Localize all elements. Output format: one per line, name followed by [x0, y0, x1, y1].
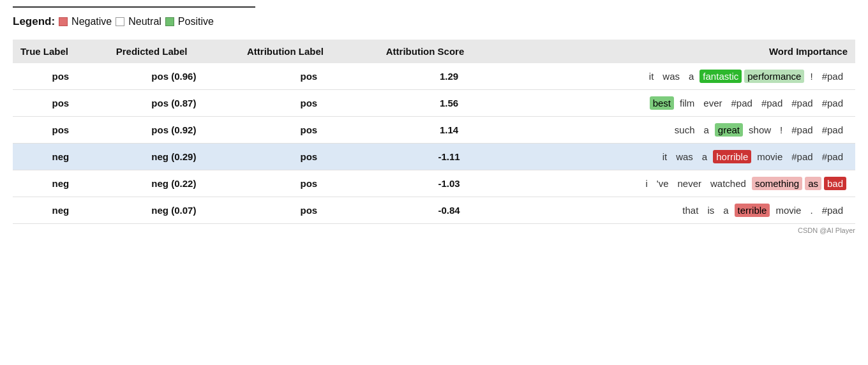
- cell-word-importance: thatisaterriblemovie.#pad: [520, 197, 855, 224]
- word-token: #pad: [819, 96, 846, 110]
- word-token: that: [679, 204, 701, 217]
- legend-neutral-label: Neutral: [128, 16, 161, 27]
- cell-true-label: pos: [13, 63, 108, 90]
- legend-title: Legend:: [13, 15, 55, 28]
- cell-true-label: pos: [13, 117, 108, 144]
- cell-attr-label: pos: [239, 170, 378, 197]
- cell-attr-score: -1.11: [378, 144, 520, 170]
- word-token: movie: [772, 204, 804, 217]
- cell-attr-label: pos: [239, 144, 378, 170]
- word-token: !: [777, 123, 786, 137]
- top-border: [13, 6, 255, 8]
- word-token: ever: [700, 96, 725, 110]
- cell-attr-score: -1.03: [378, 170, 520, 197]
- word-token: fantastic: [700, 70, 742, 83]
- cell-word-importance: itwasahorriblemovie#pad#pad: [520, 144, 855, 170]
- results-table: True Label Predicted Label Attribution L…: [13, 40, 855, 224]
- word-token: a: [699, 150, 710, 163]
- word-token: film: [677, 96, 698, 110]
- table-row: pospos (0.92)pos1.14suchagreatshow!#pad#…: [13, 117, 855, 144]
- cell-attr-score: 1.14: [378, 117, 520, 144]
- cell-attr-score: -0.84: [378, 197, 520, 224]
- table-row: negneg (0.07)pos-0.84thatisaterriblemovi…: [13, 197, 855, 224]
- table-row: negneg (0.22)pos-1.03i'veneverwatchedsom…: [13, 170, 855, 197]
- legend-positive-label: Positive: [178, 16, 214, 27]
- word-token: #pad: [728, 96, 756, 110]
- cell-true-label: pos: [13, 90, 108, 117]
- negative-color-box: [59, 17, 68, 26]
- cell-pred-label: pos (0.96): [108, 63, 239, 90]
- positive-color-box: [165, 17, 174, 26]
- legend-negative-label: Negative: [71, 16, 112, 27]
- cell-pred-label: neg (0.07): [108, 197, 239, 224]
- cell-word-importance: itwasafantasticperformance!#pad: [520, 63, 855, 90]
- word-token: #pad: [788, 150, 816, 163]
- word-token: a: [701, 123, 712, 137]
- cell-attr-score: 1.56: [378, 90, 520, 117]
- col-predicted-label: Predicted Label: [108, 40, 239, 63]
- cell-pred-label: pos (0.92): [108, 117, 239, 144]
- word-token: a: [685, 70, 697, 83]
- cell-true-label: neg: [13, 144, 108, 170]
- table-body: pospos (0.96)pos1.29itwasafantasticperfo…: [13, 63, 855, 224]
- word-token: was: [673, 150, 696, 163]
- word-token: never: [675, 177, 705, 190]
- word-token: something: [752, 177, 802, 190]
- cell-attr-label: pos: [239, 117, 378, 144]
- cell-attr-label: pos: [239, 90, 378, 117]
- word-token: #pad: [819, 150, 846, 163]
- word-token: was: [659, 70, 683, 83]
- word-token: great: [715, 123, 743, 137]
- word-token: #pad: [758, 96, 786, 110]
- word-token: watched: [707, 177, 749, 190]
- cell-true-label: neg: [13, 197, 108, 224]
- col-word-importance: Word Importance: [520, 40, 855, 63]
- word-token: is: [704, 204, 717, 217]
- cell-word-importance: suchagreatshow!#pad#pad: [520, 117, 855, 144]
- word-token: show: [745, 123, 774, 137]
- cell-attr-score: 1.29: [378, 63, 520, 90]
- watermark: CSDN @AI Player: [13, 227, 855, 234]
- word-token: #pad: [788, 123, 816, 137]
- word-token: it: [659, 150, 671, 163]
- cell-word-importance: i'veneverwatchedsomethingasbad: [520, 170, 855, 197]
- table-row: negneg (0.29)pos-1.11itwasahorriblemovie…: [13, 144, 855, 170]
- header-row: True Label Predicted Label Attribution L…: [13, 40, 855, 63]
- table-row: pospos (0.96)pos1.29itwasafantasticperfo…: [13, 63, 855, 90]
- word-token: best: [650, 96, 674, 110]
- word-token: #pad: [819, 123, 846, 137]
- word-token: bad: [824, 177, 846, 190]
- word-token: terrible: [735, 204, 770, 217]
- word-token: #pad: [788, 96, 816, 110]
- cell-true-label: neg: [13, 170, 108, 197]
- cell-pred-label: neg (0.22): [108, 170, 239, 197]
- cell-word-importance: bestfilmever#pad#pad#pad#pad: [520, 90, 855, 117]
- col-true-label: True Label: [13, 40, 108, 63]
- word-token: as: [805, 177, 821, 190]
- cell-pred-label: pos (0.87): [108, 90, 239, 117]
- table-row: pospos (0.87)pos1.56bestfilmever#pad#pad…: [13, 90, 855, 117]
- col-attribution-score: Attribution Score: [378, 40, 520, 63]
- word-token: #pad: [819, 70, 846, 83]
- word-token: such: [671, 123, 698, 137]
- word-token: horrible: [713, 150, 751, 163]
- word-token: #pad: [819, 204, 846, 217]
- cell-attr-label: pos: [239, 197, 378, 224]
- table-header: True Label Predicted Label Attribution L…: [13, 40, 855, 63]
- word-token: !: [807, 70, 816, 83]
- word-token: performance: [744, 70, 804, 83]
- word-token: a: [720, 204, 731, 217]
- word-token: i: [642, 177, 650, 190]
- legend: Legend: Negative Neutral Positive: [13, 15, 855, 28]
- word-token: 've: [654, 177, 672, 190]
- cell-pred-label: neg (0.29): [108, 144, 239, 170]
- word-token: .: [807, 204, 816, 217]
- col-attribution-label: Attribution Label: [239, 40, 378, 63]
- cell-attr-label: pos: [239, 63, 378, 90]
- neutral-color-box: [116, 17, 124, 26]
- word-token: it: [646, 70, 657, 83]
- word-token: movie: [754, 150, 786, 163]
